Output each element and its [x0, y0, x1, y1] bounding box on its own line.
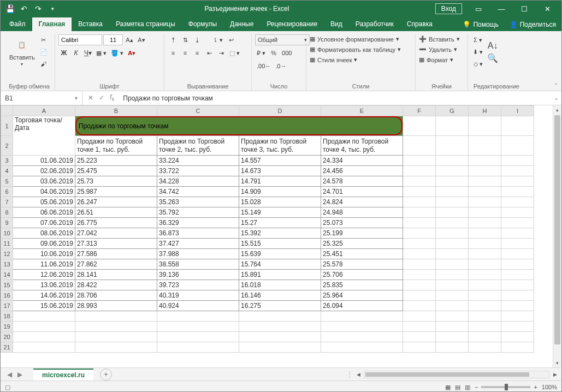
cell-C15[interactable]: 39.723 [157, 280, 239, 290]
cell-H14[interactable] [469, 270, 501, 280]
column-header-H[interactable]: H [469, 106, 501, 116]
column-header-C[interactable]: C [157, 106, 239, 116]
cell-A17[interactable]: 15.06.2019 [13, 301, 75, 311]
cell-G8[interactable] [436, 207, 469, 218]
cell-B21[interactable] [75, 342, 157, 353]
cell-H16[interactable] [469, 290, 501, 301]
cell-A3[interactable]: 01.06.2019 [13, 156, 75, 166]
collapse-ribbon-icon[interactable]: ⌃ [554, 82, 558, 88]
qat-customize-icon[interactable]: ▾ [46, 3, 58, 15]
row-header-12[interactable]: 12 [1, 249, 13, 259]
close-icon[interactable]: ✕ [536, 1, 558, 16]
decrease-decimal-icon[interactable]: .0→ [274, 61, 288, 72]
cell-G14[interactable] [436, 270, 469, 280]
cell-F12[interactable] [403, 249, 436, 259]
row-header-4[interactable]: 4 [1, 166, 13, 176]
cell-B3[interactable]: 25.223 [75, 156, 157, 166]
cell-D12[interactable]: 15.639 [239, 249, 321, 259]
cell-D10[interactable]: 15.392 [239, 228, 321, 239]
cell-I14[interactable] [501, 270, 534, 280]
increase-indent-icon[interactable]: ⇥ [216, 47, 227, 58]
cell-G13[interactable] [436, 259, 469, 270]
cell-H1[interactable] [469, 116, 501, 136]
cell-I1[interactable] [501, 116, 534, 136]
cell-B7[interactable]: 26.247 [75, 197, 157, 207]
cell-B15[interactable]: 28.422 [75, 280, 157, 290]
cell-E21[interactable] [321, 342, 403, 353]
share-button[interactable]: 👤 Поделиться [504, 18, 561, 31]
row-header-20[interactable]: 20 [1, 332, 13, 342]
cell-A18[interactable] [13, 311, 75, 322]
cell-I8[interactable] [501, 207, 534, 218]
align-middle-icon[interactable]: ⇅ [180, 34, 191, 45]
tab-вставка[interactable]: Вставка [72, 17, 109, 31]
cell-B10[interactable]: 27.042 [75, 228, 157, 239]
cell-D4[interactable]: 14.673 [239, 166, 321, 176]
expand-formula-bar-icon[interactable]: ⌄ [551, 94, 561, 102]
cell-H4[interactable] [469, 166, 501, 176]
cell-A1[interactable]: Торговая точка/ Дата [13, 116, 75, 156]
cell-E16[interactable]: 25.964 [321, 290, 403, 301]
cell-H3[interactable] [469, 156, 501, 166]
cell-I19[interactable] [501, 322, 534, 332]
font-color-icon[interactable]: А ▾ [126, 47, 137, 58]
decrease-indent-icon[interactable]: ⇤ [204, 47, 215, 58]
cell-A5[interactable]: 03.06.2019 [13, 176, 75, 187]
row-header-18[interactable]: 18 [1, 311, 13, 322]
cell-E18[interactable] [321, 311, 403, 322]
tab-главная[interactable]: Главная [32, 17, 72, 31]
cell-B9[interactable]: 26.775 [75, 218, 157, 228]
tab-данные[interactable]: Данные [223, 17, 260, 31]
copy-icon[interactable]: 📄 [38, 46, 49, 57]
cell-I9[interactable] [501, 218, 534, 228]
cell-C7[interactable]: 35.263 [157, 197, 239, 207]
cell-A21[interactable] [13, 342, 75, 353]
cell-F18[interactable] [403, 311, 436, 322]
cell-H8[interactable] [469, 207, 501, 218]
cell-C5[interactable]: 34.228 [157, 176, 239, 187]
cell-H10[interactable] [469, 228, 501, 239]
cell-E15[interactable]: 25.835 [321, 280, 403, 290]
merged-title-cell[interactable]: Продажи по торговым точкам [75, 116, 403, 136]
font-size-combo[interactable] [103, 34, 123, 45]
cell-D16[interactable]: 16.146 [239, 290, 321, 301]
font-name-combo[interactable] [58, 34, 102, 45]
wrap-text-icon[interactable]: ↩ [226, 34, 236, 45]
cell-E7[interactable]: 24.824 [321, 197, 403, 207]
cell-D3[interactable]: 14.557 [239, 156, 321, 166]
cell-I10[interactable] [501, 228, 534, 239]
column-header-G[interactable]: G [436, 106, 469, 116]
fill-color-icon[interactable]: 🪣 ▾ [109, 47, 125, 58]
number-format-combo[interactable]: Общий▾ [255, 34, 310, 45]
cell-E13[interactable]: 25.578 [321, 259, 403, 270]
cell-B14[interactable]: 28.141 [75, 270, 157, 280]
paste-button[interactable]: 📋 Вставить ▾ [7, 35, 37, 69]
cell-I6[interactable] [501, 187, 534, 197]
cell-D19[interactable] [239, 322, 321, 332]
cell-H5[interactable] [469, 176, 501, 187]
cell-D8[interactable]: 15.149 [239, 207, 321, 218]
select-all-corner[interactable] [1, 106, 13, 116]
cell-G12[interactable] [436, 249, 469, 259]
cell-I15[interactable] [501, 280, 534, 290]
cell-F21[interactable] [403, 342, 436, 353]
row-header-1[interactable]: 1 [1, 116, 13, 136]
cell-F16[interactable] [403, 290, 436, 301]
sheet-nav-next-icon[interactable]: ▶ [17, 371, 22, 378]
row-header-6[interactable]: 6 [1, 187, 13, 197]
cell-H18[interactable] [469, 311, 501, 322]
cell-E4[interactable]: 24.456 [321, 166, 403, 176]
tab-файл[interactable]: Файл [3, 17, 32, 31]
row-header-21[interactable]: 21 [1, 342, 13, 353]
sort-filter-icon[interactable]: A↓ [486, 40, 500, 51]
cell-D18[interactable] [239, 311, 321, 322]
cell-G16[interactable] [436, 290, 469, 301]
cancel-entry-icon[interactable]: ✕ [88, 94, 93, 102]
cell-E17[interactable]: 26.094 [321, 301, 403, 311]
cell-B2[interactable]: Продажи по Торговой точке 1, тыс. руб. [75, 136, 157, 156]
cell-G2[interactable] [436, 136, 469, 156]
cell-F19[interactable] [403, 322, 436, 332]
cell-B11[interactable]: 27.313 [75, 239, 157, 249]
cell-I7[interactable] [501, 197, 534, 207]
cell-H2[interactable] [469, 136, 501, 156]
